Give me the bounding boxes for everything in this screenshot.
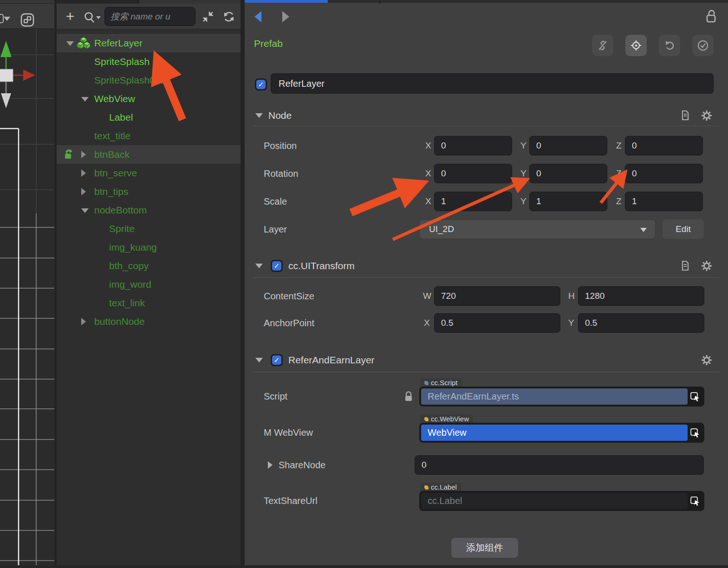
node-label: buttonNode [94,312,145,331]
nav-back-icon[interactable] [254,11,261,22]
referandearnlayer-section-header[interactable]: ✓ ReferAndEarnLayer [245,350,728,370]
layer-edit-button[interactable]: Edit [663,219,704,239]
rotation-z-input[interactable]: 0 [625,164,703,183]
chevron-right-icon[interactable] [81,151,86,158]
chevron-down-icon[interactable] [66,41,74,46]
refresh-icon[interactable] [223,11,235,23]
tree-row-text-link[interactable]: text_link [57,294,240,312]
textshareurl-reference-field[interactable]: cc.Label [419,491,704,511]
asset-type-tag: cc.Script [420,378,462,387]
position-row: Position X 0 Y 0 Z 0 [245,136,728,155]
prefab-locate-button[interactable] [625,35,647,56]
partial-toolbar-icon[interactable] [0,14,4,23]
scale-y-input[interactable]: 1 [529,192,607,211]
script-type-icon [424,381,429,385]
chevron-right-icon[interactable] [81,318,86,325]
tree-row-spritesplash[interactable]: SpriteSplash [57,52,240,71]
tree-row-sprite[interactable]: Sprite [57,219,240,238]
node-active-checkbox[interactable]: ✓ [255,78,267,90]
position-x-input[interactable]: 0 [434,136,512,155]
chevron-down-icon[interactable] [255,264,263,268]
add-component-button[interactable]: 添加组件 [451,538,518,558]
chevron-down-icon[interactable] [255,113,263,118]
node-label: SpriteSplash001 [94,71,166,90]
contentsize-h-input[interactable]: 1280 [578,286,704,306]
prefab-reset-button[interactable] [659,35,680,56]
asset-picker-icon[interactable] [688,388,702,405]
layer-dropdown[interactable]: UI_2D [419,219,656,239]
unlock-icon[interactable] [63,149,74,160]
script-asset-field[interactable]: ReferAndEarnLayer.ts [419,387,704,407]
scale-x-input[interactable]: 1 [434,192,512,211]
scale-row: Scale X 1 Y 1 Z 1 [245,192,728,211]
webview-reference-field[interactable]: WebView [419,423,704,443]
search-filter-icon[interactable] [84,12,101,24]
contentsize-w-input[interactable]: 720 [434,286,560,306]
tree-row-btn-serve[interactable]: btn_serve [57,164,240,182]
asset-picker-icon[interactable] [688,425,702,441]
doc-icon[interactable] [679,110,690,121]
search-input[interactable] [104,7,195,26]
prefab-cubes-icon [77,37,91,50]
hierarchy-tab[interactable] [57,0,139,4]
chevron-down-icon[interactable] [81,97,89,102]
hierarchy-tabstrip [57,0,240,4]
tree-row-spritesplash001[interactable]: SpriteSplash001 [57,71,240,90]
tree-row-buttonnode[interactable]: buttonNode [57,312,240,331]
position-y-input[interactable]: 0 [529,136,607,155]
anchorpoint-x-input[interactable]: 0.5 [434,313,560,333]
doc-icon[interactable] [679,260,690,271]
node-label: btn_tips [94,182,129,201]
collapse-all-icon[interactable] [202,11,214,23]
component-enabled-checkbox[interactable]: ✓ [271,354,283,366]
position-z-input[interactable]: 0 [625,136,703,155]
prefab-apply-button[interactable] [692,35,714,56]
tree-row-referlayer[interactable]: ReferLayer [57,34,240,52]
tree-row-btnback[interactable]: btnBack [57,145,240,164]
tree-row-btn-tips[interactable]: btn_tips [57,182,240,201]
contentsize-row: ContentSize W 720 H 1280 [245,286,728,306]
node-label: Label [109,108,133,127]
rotation-x-input[interactable]: 0 [434,164,512,183]
chevron-right-icon[interactable] [81,188,86,195]
chevron-right-icon[interactable] [81,169,86,177]
gear-icon[interactable] [701,260,712,271]
nav-forward-icon[interactable] [282,11,289,22]
chevron-down-icon [640,228,647,232]
tree-row-bth-copy[interactable]: bth_copy [57,257,240,275]
unlock-icon[interactable] [705,9,718,23]
active-tab-indicator[interactable] [245,0,328,3]
panel-divider[interactable] [240,0,245,568]
chevron-down-icon[interactable] [255,358,263,362]
layout-squares-icon[interactable] [20,13,34,27]
node-section-header[interactable]: Node [245,106,728,125]
node-label: img_kuang [109,238,157,257]
sharenode-input[interactable]: 0 [415,455,704,475]
node-label: text_title [94,127,130,145]
chevron-right-icon[interactable] [268,461,273,469]
tree-row-nodebottom[interactable]: nodeBottom [57,201,240,219]
asset-type-tag: cc.WebView [420,414,473,424]
scene-panel[interactable] [0,0,54,568]
scene-view-canvas[interactable] [0,29,54,565]
tree-row-text-title[interactable]: text_title [57,127,240,145]
node-name-input[interactable]: ReferLayer [271,73,714,94]
rotation-y-input[interactable]: 0 [529,164,607,183]
chevron-down-icon[interactable] [4,17,10,21]
asset-picker-icon[interactable] [688,493,702,509]
sharenode-row: ShareNode 0 [245,455,728,475]
chevron-down-icon[interactable] [81,208,89,213]
add-node-button[interactable]: + [63,6,77,26]
tree-row-label[interactable]: Label [57,108,240,127]
anchorpoint-y-input[interactable]: 0.5 [578,313,704,333]
uitransform-enabled-checkbox[interactable]: ✓ [271,260,283,272]
prefab-unlink-button[interactable] [592,35,613,56]
uitransform-section-header[interactable]: ✓ cc.UITransform [245,256,728,276]
gear-icon[interactable] [701,355,712,366]
tree-row-webview[interactable]: WebView [57,90,240,108]
scale-z-input[interactable]: 1 [625,192,703,211]
tree-row-img-kuang[interactable]: img_kuang [57,238,240,257]
gear-icon[interactable] [701,110,712,121]
tree-row-img-word[interactable]: img_word [57,275,240,294]
asset-type-tag: cc.Label [420,483,461,492]
